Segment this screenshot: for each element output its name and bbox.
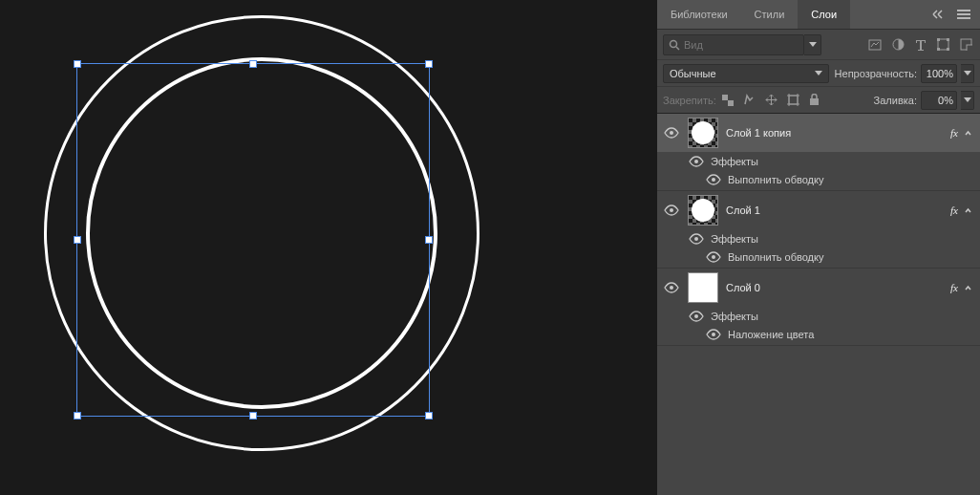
effects-visibility-toggle[interactable] [688,156,705,167]
svg-point-28 [670,286,673,290]
opacity-dropdown[interactable] [961,64,974,83]
handle-bottom-mid[interactable] [249,412,257,420]
handle-mid-left[interactable] [74,236,81,244]
lock-transparent-icon[interactable] [722,95,734,106]
layer-search[interactable] [663,34,804,55]
svg-point-23 [694,160,698,163]
search-icon [669,39,680,51]
fx-indicator[interactable]: fx [950,204,958,216]
fill-dropdown[interactable] [961,91,974,110]
effect-visibility-toggle[interactable] [705,329,722,340]
lock-all-icon[interactable] [809,94,820,106]
effects-label: Эффекты [711,233,758,245]
fx-indicator[interactable]: fx [950,127,958,139]
effects-row[interactable]: Эффекты [657,229,980,248]
fill-input[interactable]: 0% [921,91,957,110]
handle-top-mid[interactable] [249,60,257,68]
collapse-icon[interactable] [932,10,946,19]
fx-indicator[interactable]: fx [950,282,958,293]
filter-pixel-icon[interactable] [868,39,882,51]
filter-smart-icon[interactable] [960,38,972,51]
svg-point-30 [712,333,715,336]
svg-point-3 [671,40,677,47]
svg-rect-5 [869,40,881,50]
effects-visibility-toggle[interactable] [688,311,705,322]
effect-visibility-toggle[interactable] [705,174,722,185]
handle-top-left[interactable] [74,60,81,68]
layer-thumbnail[interactable] [688,272,718,303]
canvas-area[interactable] [0,0,657,495]
opacity-label: Непрозрачность: [835,68,917,79]
svg-rect-13 [967,45,972,51]
search-kind-dropdown[interactable] [804,34,821,55]
handle-top-right[interactable] [425,60,433,68]
blend-mode-select[interactable]: Обычные [663,64,829,83]
lock-image-icon[interactable] [743,94,756,106]
layer-name: Слой 1 [726,204,760,216]
effect-item[interactable]: Наложение цвета [657,326,980,345]
effect-visibility-toggle[interactable] [705,251,722,263]
effect-name: Наложение цвета [728,329,814,340]
lock-artboard-icon[interactable] [787,94,799,106]
panel-tabs: Библиотеки Стили Слои [657,0,980,29]
effects-row[interactable]: Эффекты [657,307,980,326]
layer-name: Слой 1 копия [726,127,791,139]
handle-bottom-right[interactable] [425,412,433,420]
layer-thumbnail[interactable] [688,195,718,226]
tab-libraries[interactable]: Библиотеки [657,0,741,29]
svg-point-24 [712,178,715,182]
effects-row[interactable]: Эффекты [657,152,980,171]
effect-name: Выполнить обводку [728,174,823,185]
tab-layers[interactable]: Слои [798,0,850,29]
opacity-input[interactable]: 100% [921,64,957,83]
document [0,0,516,495]
svg-rect-14 [722,95,728,100]
svg-rect-1 [957,13,970,15]
collapse-effects-icon[interactable] [964,284,972,292]
effect-item[interactable]: Выполнить обводку [657,171,980,190]
fill-label: Заливка: [874,95,917,106]
handle-bottom-left[interactable] [74,412,81,420]
filter-type-icon[interactable] [915,39,927,51]
filter-adjustment-icon[interactable] [892,38,905,51]
filter-shape-icon[interactable] [937,38,949,51]
svg-rect-15 [728,100,734,106]
effects-label: Эффекты [711,311,758,322]
svg-line-4 [676,47,679,50]
svg-rect-8 [937,38,940,41]
layer-search-input[interactable] [684,39,799,51]
svg-rect-0 [957,10,970,11]
svg-rect-10 [937,48,940,51]
panel-menu-icon[interactable] [957,9,970,20]
collapse-effects-icon[interactable] [964,206,972,215]
effect-name: Выполнить обводку [728,251,823,263]
visibility-toggle[interactable] [663,204,680,216]
layer-thumbnail[interactable] [688,118,718,148]
collapse-effects-icon[interactable] [964,129,972,138]
svg-rect-21 [810,98,819,105]
layer-row[interactable]: Слой 1fx [657,191,980,229]
lock-position-icon[interactable] [765,94,778,106]
svg-rect-16 [789,96,798,104]
svg-rect-11 [947,48,949,51]
effect-item[interactable]: Выполнить обводку [657,248,980,268]
visibility-toggle[interactable] [663,127,680,139]
visibility-toggle[interactable] [663,282,680,293]
svg-point-26 [694,237,698,241]
layer-row[interactable]: Слой 0fx [657,269,980,307]
effects-label: Эффекты [711,156,758,167]
svg-point-25 [670,208,673,212]
layers-panel: Библиотеки Стили Слои [657,0,980,495]
handle-mid-right[interactable] [425,236,433,244]
effects-visibility-toggle[interactable] [688,233,705,245]
tab-styles[interactable]: Стили [741,0,799,29]
layer-name: Слой 0 [726,282,760,293]
svg-point-27 [712,255,715,259]
svg-rect-9 [947,38,949,41]
svg-point-22 [670,131,673,135]
svg-rect-2 [957,17,970,19]
transform-bounding-box[interactable] [76,63,430,417]
svg-point-29 [694,314,698,318]
blend-mode-value: Обычные [670,68,716,79]
layer-row[interactable]: Слой 1 копияfx [657,114,980,152]
